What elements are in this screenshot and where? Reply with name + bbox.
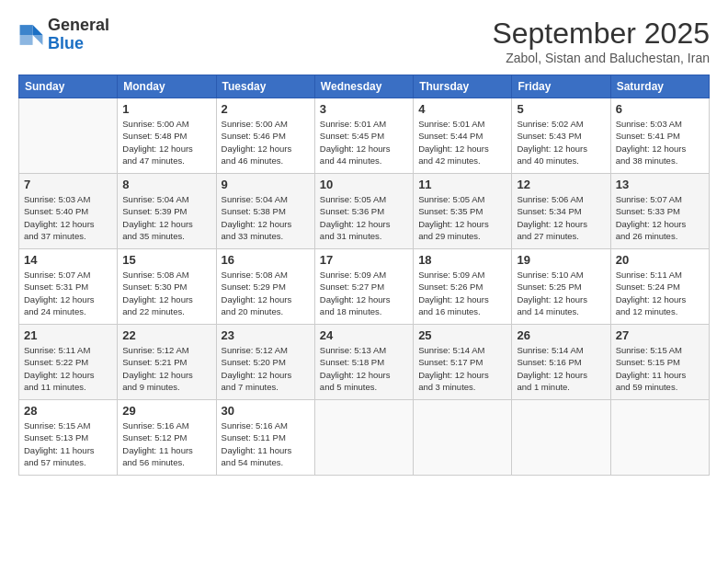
calendar-cell: 8Sunrise: 5:04 AM Sunset: 5:39 PM Daylig…: [118, 174, 216, 249]
calendar-cell: 13Sunrise: 5:07 AM Sunset: 5:33 PM Dayli…: [610, 174, 709, 249]
day-info: Sunrise: 5:00 AM Sunset: 5:48 PM Dayligh…: [122, 118, 210, 167]
calendar: SundayMondayTuesdayWednesdayThursdayFrid…: [18, 75, 710, 476]
day-info: Sunrise: 5:07 AM Sunset: 5:31 PM Dayligh…: [24, 269, 112, 317]
calendar-cell: [512, 400, 610, 476]
calendar-cell: 2Sunrise: 5:00 AM Sunset: 5:46 PM Daylig…: [216, 98, 314, 174]
day-info: Sunrise: 5:12 AM Sunset: 5:20 PM Dayligh…: [222, 344, 310, 393]
day-number: 29: [122, 404, 210, 418]
day-number: 13: [616, 178, 704, 191]
calendar-cell: 6Sunrise: 5:03 AM Sunset: 5:41 PM Daylig…: [610, 98, 709, 174]
day-number: 4: [418, 102, 506, 116]
calendar-cell: 14Sunrise: 5:07 AM Sunset: 5:31 PM Dayli…: [19, 249, 118, 325]
calendar-cell: 7Sunrise: 5:03 AM Sunset: 5:40 PM Daylig…: [19, 174, 118, 249]
day-info: Sunrise: 5:03 AM Sunset: 5:41 PM Dayligh…: [616, 118, 704, 167]
weekday-wednesday: Wednesday: [314, 75, 413, 98]
day-info: Sunrise: 5:01 AM Sunset: 5:45 PM Dayligh…: [320, 118, 408, 167]
day-number: 12: [517, 178, 605, 191]
week-row-5: 28Sunrise: 5:15 AM Sunset: 5:13 PM Dayli…: [19, 400, 710, 476]
month-title: September 2025: [492, 17, 710, 51]
day-info: Sunrise: 5:15 AM Sunset: 5:13 PM Dayligh…: [24, 419, 112, 468]
calendar-cell: 16Sunrise: 5:08 AM Sunset: 5:29 PM Dayli…: [216, 249, 314, 325]
day-number: 25: [418, 328, 506, 342]
day-info: Sunrise: 5:04 AM Sunset: 5:38 PM Dayligh…: [222, 193, 310, 242]
day-info: Sunrise: 5:04 AM Sunset: 5:39 PM Dayligh…: [122, 193, 210, 242]
title-section: September 2025 Zabol, Sistan and Baluche…: [492, 17, 710, 65]
calendar-cell: 20Sunrise: 5:11 AM Sunset: 5:24 PM Dayli…: [610, 249, 709, 325]
day-info: Sunrise: 5:01 AM Sunset: 5:44 PM Dayligh…: [418, 118, 506, 167]
calendar-cell: 23Sunrise: 5:12 AM Sunset: 5:20 PM Dayli…: [216, 325, 314, 400]
calendar-cell: [414, 400, 512, 476]
day-number: 15: [122, 253, 210, 267]
day-info: Sunrise: 5:00 AM Sunset: 5:46 PM Dayligh…: [222, 118, 310, 167]
day-info: Sunrise: 5:14 AM Sunset: 5:16 PM Dayligh…: [517, 344, 605, 393]
calendar-cell: 22Sunrise: 5:12 AM Sunset: 5:21 PM Dayli…: [118, 325, 216, 400]
day-number: 11: [418, 178, 506, 191]
logo-line2: Blue: [48, 35, 109, 53]
svg-marker-0: [33, 25, 43, 35]
day-info: Sunrise: 5:03 AM Sunset: 5:40 PM Dayligh…: [24, 193, 112, 242]
calendar-cell: 19Sunrise: 5:10 AM Sunset: 5:25 PM Dayli…: [512, 249, 610, 325]
header: General Blue September 2025 Zabol, Sista…: [18, 17, 710, 65]
svg-rect-3: [20, 35, 33, 45]
week-row-2: 7Sunrise: 5:03 AM Sunset: 5:40 PM Daylig…: [19, 174, 710, 249]
day-info: Sunrise: 5:08 AM Sunset: 5:30 PM Dayligh…: [122, 269, 210, 317]
week-row-1: 1Sunrise: 5:00 AM Sunset: 5:48 PM Daylig…: [19, 98, 710, 174]
calendar-cell: 5Sunrise: 5:02 AM Sunset: 5:43 PM Daylig…: [512, 98, 610, 174]
calendar-cell: 12Sunrise: 5:06 AM Sunset: 5:34 PM Dayli…: [512, 174, 610, 249]
day-number: 20: [616, 253, 704, 267]
day-number: 1: [122, 102, 210, 116]
weekday-saturday: Saturday: [610, 75, 709, 98]
page: General Blue September 2025 Zabol, Sista…: [0, 0, 728, 563]
svg-rect-2: [20, 25, 33, 35]
day-number: 19: [517, 253, 605, 267]
location-title: Zabol, Sistan and Baluchestan, Iran: [492, 51, 710, 65]
day-number: 27: [616, 328, 704, 342]
day-number: 10: [320, 178, 408, 191]
logo: General Blue: [18, 17, 109, 53]
day-number: 6: [616, 102, 704, 116]
calendar-cell: 25Sunrise: 5:14 AM Sunset: 5:17 PM Dayli…: [414, 325, 512, 400]
day-number: 3: [320, 102, 408, 116]
week-row-3: 14Sunrise: 5:07 AM Sunset: 5:31 PM Dayli…: [19, 249, 710, 325]
day-number: 26: [517, 328, 605, 342]
day-number: 18: [418, 253, 506, 267]
weekday-monday: Monday: [118, 75, 216, 98]
day-info: Sunrise: 5:14 AM Sunset: 5:17 PM Dayligh…: [418, 344, 506, 393]
day-number: 5: [517, 102, 605, 116]
day-number: 16: [222, 253, 310, 267]
day-number: 28: [24, 404, 112, 418]
weekday-friday: Friday: [512, 75, 610, 98]
day-info: Sunrise: 5:12 AM Sunset: 5:21 PM Dayligh…: [122, 344, 210, 393]
calendar-cell: [314, 400, 413, 476]
day-number: 8: [122, 178, 210, 191]
calendar-cell: [19, 98, 118, 174]
day-number: 7: [24, 178, 112, 191]
day-number: 2: [222, 102, 310, 116]
calendar-cell: 26Sunrise: 5:14 AM Sunset: 5:16 PM Dayli…: [512, 325, 610, 400]
day-info: Sunrise: 5:11 AM Sunset: 5:24 PM Dayligh…: [616, 269, 704, 317]
day-info: Sunrise: 5:06 AM Sunset: 5:34 PM Dayligh…: [517, 193, 605, 242]
calendar-cell: 4Sunrise: 5:01 AM Sunset: 5:44 PM Daylig…: [414, 98, 512, 174]
calendar-cell: 10Sunrise: 5:05 AM Sunset: 5:36 PM Dayli…: [314, 174, 413, 249]
calendar-cell: [610, 400, 709, 476]
day-info: Sunrise: 5:09 AM Sunset: 5:27 PM Dayligh…: [320, 269, 408, 317]
day-number: 23: [222, 328, 310, 342]
day-info: Sunrise: 5:13 AM Sunset: 5:18 PM Dayligh…: [320, 344, 408, 393]
day-number: 9: [222, 178, 310, 191]
calendar-cell: 29Sunrise: 5:16 AM Sunset: 5:12 PM Dayli…: [118, 400, 216, 476]
day-info: Sunrise: 5:10 AM Sunset: 5:25 PM Dayligh…: [517, 269, 605, 317]
weekday-header-row: SundayMondayTuesdayWednesdayThursdayFrid…: [19, 75, 710, 98]
day-number: 24: [320, 328, 408, 342]
day-number: 30: [222, 404, 310, 418]
svg-marker-1: [33, 35, 43, 45]
calendar-cell: 11Sunrise: 5:05 AM Sunset: 5:35 PM Dayli…: [414, 174, 512, 249]
day-number: 21: [24, 328, 112, 342]
calendar-cell: 28Sunrise: 5:15 AM Sunset: 5:13 PM Dayli…: [19, 400, 118, 476]
calendar-cell: 9Sunrise: 5:04 AM Sunset: 5:38 PM Daylig…: [216, 174, 314, 249]
calendar-cell: 1Sunrise: 5:00 AM Sunset: 5:48 PM Daylig…: [118, 98, 216, 174]
calendar-cell: 18Sunrise: 5:09 AM Sunset: 5:26 PM Dayli…: [414, 249, 512, 325]
day-info: Sunrise: 5:16 AM Sunset: 5:11 PM Dayligh…: [222, 419, 310, 468]
logo-icon: [18, 22, 44, 48]
logo-line1: General: [48, 17, 109, 35]
calendar-cell: 3Sunrise: 5:01 AM Sunset: 5:45 PM Daylig…: [314, 98, 413, 174]
